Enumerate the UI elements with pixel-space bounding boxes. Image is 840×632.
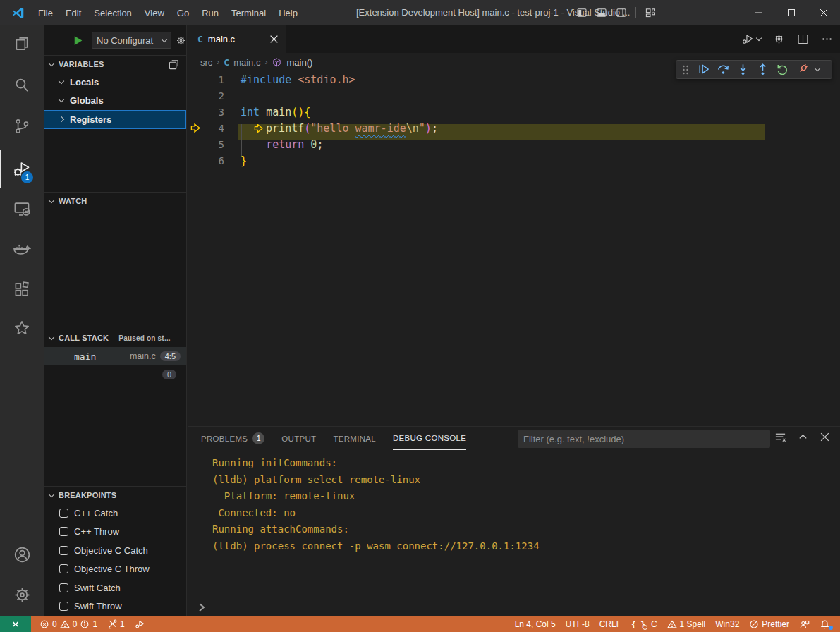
console-output-line: Connected: no bbox=[212, 505, 840, 522]
call-stack-section-header[interactable]: CALL STACK Paused on st... bbox=[44, 329, 186, 346]
panel-tab-terminal[interactable]: TERMINAL bbox=[333, 427, 376, 450]
close-panel-icon[interactable] bbox=[820, 432, 830, 442]
start-debug-icon[interactable] bbox=[72, 35, 84, 47]
menu-view[interactable]: View bbox=[138, 8, 171, 18]
breakpoint-checkbox[interactable] bbox=[59, 509, 68, 518]
tab-main-c[interactable]: C main.c bbox=[188, 25, 286, 53]
disconnect-icon[interactable] bbox=[796, 63, 809, 76]
minimize-button[interactable] bbox=[743, 0, 775, 25]
breakpoint-gutter[interactable] bbox=[188, 71, 203, 87]
split-editor-icon[interactable] bbox=[797, 33, 809, 45]
menu-run[interactable]: Run bbox=[195, 8, 225, 18]
remote-explorer-icon[interactable] bbox=[12, 199, 32, 219]
watch-section-header[interactable]: WATCH bbox=[44, 192, 186, 209]
toggle-panel-icon[interactable] bbox=[596, 7, 607, 18]
toggle-sidebar-icon[interactable] bbox=[576, 7, 588, 18]
step-out-icon[interactable] bbox=[756, 63, 769, 76]
problems-status[interactable]: 0 0 1 bbox=[35, 616, 102, 632]
variables-scope-globals[interactable]: Globals bbox=[44, 92, 186, 111]
breakpoint-gutter[interactable] bbox=[188, 152, 203, 169]
customize-layout-icon[interactable] bbox=[645, 7, 656, 18]
close-button[interactable] bbox=[808, 0, 840, 25]
breakpoint-objective-c-catch[interactable]: Objective C Catch bbox=[44, 541, 186, 560]
debug-configuration-dropdown[interactable]: No Configurat bbox=[92, 32, 171, 49]
platform-target[interactable]: Win32 bbox=[711, 616, 743, 632]
extensions-icon[interactable] bbox=[12, 279, 32, 299]
star-icon[interactable] bbox=[12, 318, 32, 338]
debug-status-icon[interactable] bbox=[130, 616, 150, 632]
breakpoint-gutter[interactable] bbox=[188, 120, 203, 136]
debug-sidebar: No Configurat VARIABLES LocalsGlobalsReg… bbox=[44, 25, 187, 616]
feedback-icon[interactable] bbox=[795, 616, 814, 632]
stack-frame-row[interactable]: main main.c 4:5 bbox=[44, 347, 186, 365]
language-mode[interactable]: { } C bbox=[627, 616, 662, 632]
breakpoint-swift-catch[interactable]: Swift Catch bbox=[44, 578, 186, 597]
debug-console-output[interactable]: Running initCommands:(lldb) platform sel… bbox=[188, 455, 840, 595]
breadcrumb-file[interactable]: main.c bbox=[233, 57, 260, 68]
chevron-down-icon[interactable] bbox=[815, 66, 820, 71]
language-label: C bbox=[651, 619, 657, 629]
maximize-button[interactable] bbox=[775, 0, 808, 25]
panel-tab-problems[interactable]: PROBLEMS1 bbox=[201, 427, 264, 450]
breakpoint-c-throw[interactable]: C++ Throw bbox=[44, 523, 186, 542]
breakpoints-section-header[interactable]: BREAKPOINTS bbox=[44, 486, 186, 504]
cursor-position[interactable]: Ln 4, Col 5 bbox=[511, 616, 560, 632]
debug-settings-gear-icon[interactable] bbox=[176, 35, 186, 46]
menu-terminal[interactable]: Terminal bbox=[225, 8, 272, 18]
docker-icon[interactable] bbox=[12, 239, 32, 259]
breakpoint-gutter[interactable] bbox=[188, 104, 203, 120]
thread-row[interactable]: 0 bbox=[44, 365, 186, 384]
ports-status[interactable]: 1 bbox=[103, 616, 129, 632]
explorer-icon[interactable] bbox=[12, 34, 32, 54]
breakpoint-checkbox[interactable] bbox=[59, 527, 68, 536]
breakpoint-checkbox[interactable] bbox=[59, 583, 68, 592]
menu-help[interactable]: Help bbox=[272, 8, 304, 18]
debug-badge: 1 bbox=[21, 171, 33, 183]
maximize-panel-icon[interactable] bbox=[798, 432, 808, 442]
breakpoint-checkbox[interactable] bbox=[59, 602, 68, 611]
breakpoint-swift-throw[interactable]: Swift Throw bbox=[44, 597, 186, 616]
console-filter-input[interactable] bbox=[518, 430, 770, 448]
menu-edit[interactable]: Edit bbox=[59, 8, 87, 18]
close-tab-icon[interactable] bbox=[269, 35, 279, 44]
breakpoint-gutter[interactable] bbox=[188, 87, 203, 104]
notifications-bell-icon[interactable] bbox=[815, 616, 834, 632]
breakpoint-checkbox[interactable] bbox=[59, 546, 68, 555]
menu-selection[interactable]: Selection bbox=[87, 8, 138, 18]
step-over-icon[interactable] bbox=[717, 63, 730, 76]
breakpoint-gutter[interactable] bbox=[188, 136, 203, 152]
variables-scope-registers[interactable]: Registers bbox=[44, 110, 186, 129]
restart-icon[interactable] bbox=[776, 63, 789, 76]
panel-tab-debug-console[interactable]: DEBUG CONSOLE bbox=[393, 427, 466, 450]
continue-icon[interactable] bbox=[697, 63, 710, 76]
editor-settings-gear-icon[interactable] bbox=[773, 33, 785, 45]
encoding[interactable]: UTF-8 bbox=[561, 616, 594, 632]
collapse-all-icon[interactable] bbox=[169, 59, 179, 70]
source-control-icon[interactable] bbox=[12, 116, 32, 136]
settings-gear-icon[interactable] bbox=[12, 585, 32, 604]
step-into-icon[interactable] bbox=[736, 63, 750, 76]
debug-console-input[interactable] bbox=[188, 597, 840, 616]
menu-file[interactable]: File bbox=[32, 8, 59, 18]
panel-tab-output[interactable]: OUTPUT bbox=[281, 427, 316, 450]
variables-scope-locals[interactable]: Locals bbox=[44, 73, 186, 92]
code-editor[interactable]: 1#include <stdio.h>23int main(){4 printf… bbox=[188, 71, 840, 426]
spell-checker-status[interactable]: 1 Spell bbox=[663, 616, 710, 632]
formatter-status[interactable]: Prettier bbox=[745, 616, 793, 632]
search-icon[interactable] bbox=[12, 75, 32, 95]
clear-console-icon[interactable] bbox=[774, 431, 786, 443]
toolbar-drag-grip[interactable] bbox=[681, 64, 690, 75]
menu-go[interactable]: Go bbox=[171, 8, 195, 18]
remote-indicator[interactable] bbox=[0, 616, 31, 632]
breakpoint-c-catch[interactable]: C++ Catch bbox=[44, 504, 186, 523]
breakpoint-checkbox[interactable] bbox=[59, 564, 68, 573]
breakpoint-objective-c-throw[interactable]: Objective C Throw bbox=[44, 560, 186, 579]
toggle-secondary-sidebar-icon[interactable] bbox=[616, 7, 627, 18]
run-or-debug-icon[interactable] bbox=[741, 32, 761, 46]
breadcrumb-folder[interactable]: src bbox=[200, 57, 212, 68]
eol-sequence[interactable]: CRLF bbox=[595, 616, 626, 632]
breadcrumb-symbol[interactable]: main() bbox=[286, 57, 312, 68]
more-actions-icon[interactable] bbox=[821, 33, 833, 45]
variables-section-header[interactable]: VARIABLES bbox=[44, 55, 186, 73]
account-icon[interactable] bbox=[12, 545, 32, 564]
